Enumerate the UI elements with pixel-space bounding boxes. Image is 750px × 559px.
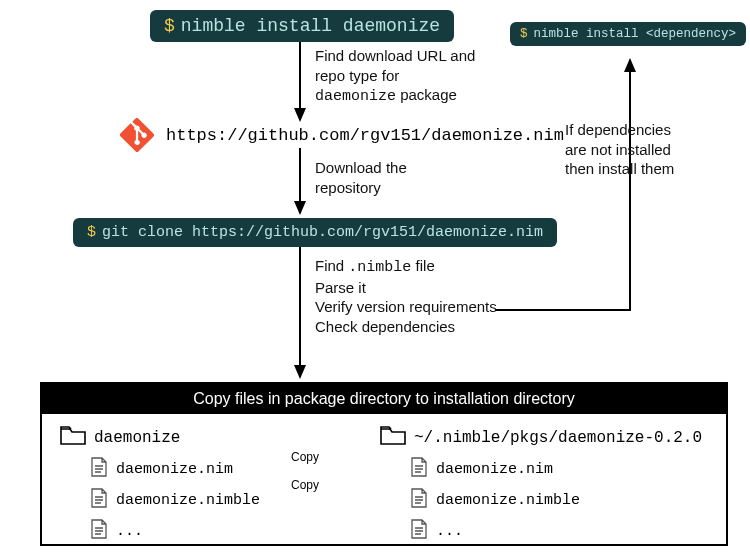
- file-label: daemonize.nimble: [116, 492, 260, 509]
- line: daemonize package: [315, 85, 475, 107]
- line: repository: [315, 178, 407, 198]
- prompt: $: [164, 16, 175, 36]
- line: If dependencies: [565, 120, 674, 140]
- file-icon: [410, 488, 428, 513]
- folder-label: ~/.nimble/pkgs/daemonize-0.2.0: [414, 429, 702, 447]
- file-icon: [90, 457, 108, 482]
- file-icon: [410, 519, 428, 544]
- cmd-install-daemonize: $nimble install daemonize: [150, 10, 454, 42]
- file-icon: [410, 457, 428, 482]
- file-label: ...: [116, 523, 143, 540]
- repo-url-row: https://github.com/rgv151/daemonize.nim: [120, 118, 564, 152]
- copy-box-title: Copy files in package directory to insta…: [42, 384, 726, 414]
- dependency-note: If dependencies are not installed then i…: [565, 120, 674, 179]
- line: Check dependencies: [315, 317, 497, 337]
- prompt: $: [87, 224, 96, 241]
- src-folder: daemonize: [60, 424, 380, 451]
- line: then install them: [565, 159, 674, 179]
- step-parse-nimble: Find .nimble file Parse it Verify versio…: [315, 256, 497, 336]
- cmd-text: nimble install daemonize: [181, 16, 440, 36]
- folder-icon: [60, 424, 86, 451]
- prompt: $: [520, 27, 528, 41]
- file-row: ...: [410, 519, 708, 544]
- file-row: daemonize.nimble: [410, 488, 708, 513]
- line: Find download URL and: [315, 46, 475, 66]
- cmd-git-clone: $git clone https://github.com/rgv151/dae…: [73, 218, 557, 247]
- file-row: daemonize.nim: [410, 457, 708, 482]
- file-icon: [90, 488, 108, 513]
- copy-box: Copy files in package directory to insta…: [40, 382, 728, 546]
- copy-label: Copy: [291, 478, 319, 492]
- cmd-text: git clone https://github.com/rgv151/daem…: [102, 224, 543, 241]
- step-find-url: Find download URL and repo type for daem…: [315, 46, 475, 107]
- line: repo type for: [315, 66, 475, 86]
- file-row: ...: [90, 519, 380, 544]
- file-row: daemonize.nim: [90, 457, 380, 482]
- file-label: daemonize.nim: [116, 461, 233, 478]
- line: Find .nimble file: [315, 256, 497, 278]
- folder-label: daemonize: [94, 429, 180, 447]
- file-icon: [90, 519, 108, 544]
- folder-icon: [380, 424, 406, 451]
- line: Parse it: [315, 278, 497, 298]
- copy-label: Copy: [291, 450, 319, 464]
- file-label: daemonize.nimble: [436, 492, 580, 509]
- file-label: daemonize.nim: [436, 461, 553, 478]
- cmd-install-dependency: $nimble install <dependency>: [510, 22, 746, 46]
- file-label: ...: [436, 523, 463, 540]
- step-download: Download the repository: [315, 158, 407, 197]
- git-icon: [120, 118, 154, 152]
- file-row: daemonize.nimble: [90, 488, 380, 513]
- cmd-text: nimble install <dependency>: [534, 27, 737, 41]
- line: are not installed: [565, 140, 674, 160]
- line: Download the: [315, 158, 407, 178]
- dst-folder: ~/.nimble/pkgs/daemonize-0.2.0: [380, 424, 708, 451]
- repo-url: https://github.com/rgv151/daemonize.nim: [166, 126, 564, 145]
- line: Verify version requirements: [315, 297, 497, 317]
- dst-column: ~/.nimble/pkgs/daemonize-0.2.0 daemonize…: [380, 424, 708, 544]
- src-column: daemonize daemonize.nim daemonize.nimble…: [60, 424, 380, 544]
